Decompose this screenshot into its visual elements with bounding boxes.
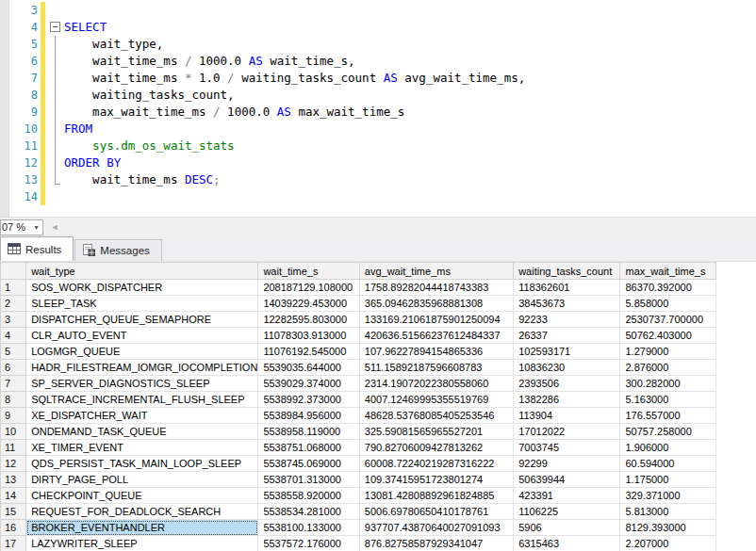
grid-row-header[interactable]: 8 [1, 392, 26, 408]
code-line-5[interactable]: 5 wait_type, [0, 36, 756, 53]
line-number[interactable]: 3 [0, 2, 38, 19]
grid-cell[interactable]: 325.59081565965527201 [359, 424, 513, 440]
grid-cell[interactable]: LAZYWRITER_SLEEP [26, 536, 258, 551]
grid-cell[interactable]: 11078303.913000 [258, 328, 359, 344]
grid-cell[interactable]: 6315463 [514, 536, 620, 551]
tab-messages[interactable]: Messages [74, 239, 161, 261]
grid-cell[interactable]: 1106225 [514, 504, 620, 520]
code-line-13[interactable]: 13 wait_time_ms DESC; [0, 171, 756, 188]
grid-row-header[interactable]: 10 [1, 424, 26, 440]
grid-cell[interactable]: 1382286 [514, 392, 620, 408]
code-line-14[interactable]: 14 [0, 188, 756, 205]
grid-cell[interactable]: XE_TIMER_EVENT [26, 440, 258, 456]
grid-cell[interactable]: 5538701.313000 [258, 472, 359, 488]
line-number[interactable]: 5 [0, 36, 38, 53]
line-number[interactable]: 14 [0, 188, 38, 205]
grid-cell[interactable]: XE_DISPATCHER_WAIT [26, 408, 258, 424]
grid-cell[interactable]: 5539035.644000 [258, 360, 359, 376]
code-line-3[interactable]: 3 [0, 2, 756, 19]
code-line-9[interactable]: 9 max_wait_time_ms / 1000.0 AS max_wait_… [0, 104, 756, 121]
grid-cell[interactable]: 60008.72240219287316222 [359, 456, 513, 472]
grid-cell[interactable]: SQLTRACE_INCREMENTAL_FLUSH_SLEEP [26, 392, 258, 408]
grid-row-header[interactable]: 6 [1, 360, 26, 376]
grid-cell[interactable]: DISPATCHER_QUEUE_SEMAPHORE [26, 312, 258, 328]
grid-row-header[interactable]: 14 [1, 488, 26, 504]
grid-row-header[interactable]: 5 [1, 344, 26, 360]
grid-row-header[interactable]: 3 [1, 312, 26, 328]
grid-cell[interactable]: QDS_PERSIST_TASK_MAIN_LOOP_SLEEP [26, 456, 258, 472]
line-number[interactable]: 6 [0, 53, 38, 70]
grid-cell[interactable]: 8129.393000 [620, 520, 715, 536]
grid-cell[interactable]: 790.82706009427813262 [359, 440, 513, 456]
grid-cell[interactable]: 60.594000 [620, 456, 715, 472]
grid-cell[interactable]: 5539029.374000 [258, 376, 359, 392]
grid-cell[interactable]: 5538534.281000 [258, 504, 359, 520]
grid-row-header[interactable]: 4 [1, 328, 26, 344]
column-header-max_wait_time_s[interactable]: max_wait_time_s [620, 263, 715, 280]
grid-cell[interactable]: 26337 [514, 328, 620, 344]
grid-cell[interactable]: CHECKPOINT_QUEUE [26, 488, 258, 504]
grid-cell[interactable]: 92233 [514, 312, 620, 328]
grid-cell[interactable]: 50762.403000 [620, 328, 715, 344]
code-line-12[interactable]: 12ORDER BY [0, 154, 756, 171]
grid-cell[interactable]: 113904 [514, 408, 620, 424]
grid-cell[interactable]: LOGMGR_QUEUE [26, 344, 258, 360]
grid-cell[interactable]: 937707.43870640027091093 [359, 520, 513, 536]
grid-cell[interactable]: 10836230 [514, 360, 620, 376]
editor-horizontal-scrollbar[interactable]: ◄ [47, 218, 756, 236]
collapse-icon[interactable]: − [50, 22, 60, 32]
grid-cell[interactable]: 14039229.453000 [258, 296, 359, 312]
grid-cell[interactable]: CLR_AUTO_EVENT [26, 328, 258, 344]
grid-cell[interactable]: 5538558.920000 [258, 488, 359, 504]
code-line-11[interactable]: 11 sys.dm_os_wait_stats [0, 138, 756, 154]
editor-zoom-select[interactable]: 07 % ▾ [0, 219, 43, 235]
line-number[interactable]: 12 [0, 154, 38, 171]
grid-cell[interactable]: 118362601 [514, 280, 620, 296]
grid-cell[interactable]: 92299 [514, 456, 620, 472]
grid-row-header[interactable]: 1 [1, 280, 26, 296]
grid-cell[interactable]: BROKER_EVENTHANDLER [26, 520, 258, 536]
grid-cell[interactable]: 86370.392000 [620, 280, 715, 296]
line-number[interactable]: 4 [0, 19, 38, 36]
grid-cell[interactable]: 300.282000 [620, 376, 715, 392]
code-line-4[interactable]: 4−SELECT [0, 19, 756, 36]
grid-cell[interactable]: 5.813000 [620, 504, 715, 520]
grid-row-header[interactable]: 9 [1, 408, 26, 424]
grid-cell[interactable]: 5538958.119000 [258, 424, 359, 440]
grid-cell[interactable]: 7003745 [514, 440, 620, 456]
chevron-down-icon[interactable]: ▾ [30, 220, 42, 235]
grid-cell[interactable]: HADR_FILESTREAM_IOMGR_IOCOMPLETION [26, 360, 258, 376]
grid-row-header[interactable]: 15 [1, 504, 26, 520]
grid-cell[interactable]: 11076192.545000 [258, 344, 359, 360]
grid-cell[interactable]: 511.15892187596608783 [359, 360, 513, 376]
grid-cell[interactable]: ONDEMAND_TASK_QUEUE [26, 424, 258, 440]
grid-cell[interactable]: 1.175000 [620, 472, 715, 488]
scroll-left-icon[interactable]: ◄ [47, 222, 62, 232]
grid-cell[interactable]: 208187129.108000 [258, 280, 359, 296]
grid-row-header[interactable]: 17 [1, 536, 26, 551]
grid-cell[interactable]: SP_SERVER_DIAGNOSTICS_SLEEP [26, 376, 258, 392]
grid-cell[interactable]: 5537572.176000 [258, 536, 359, 551]
grid-cell[interactable]: 17012022 [514, 424, 620, 440]
grid-cell[interactable]: 38453673 [514, 296, 620, 312]
grid-cell[interactable]: SOS_WORK_DISPATCHER [26, 280, 258, 296]
grid-cell[interactable]: 2.876000 [620, 360, 715, 376]
tab-results[interactable]: Results [0, 236, 74, 261]
grid-row-header[interactable]: 16 [1, 520, 26, 536]
grid-cell[interactable]: 365.09462835968881308 [359, 296, 513, 312]
code-line-10[interactable]: 10FROM [0, 121, 756, 138]
results-grid[interactable]: wait_typewait_time_savg_wait_time_mswait… [0, 262, 756, 551]
grid-cell[interactable]: 420636.51566237612484337 [359, 328, 513, 344]
grid-cell[interactable]: REQUEST_FOR_DEADLOCK_SEARCH [26, 504, 258, 520]
grid-cell[interactable]: 5.858000 [620, 296, 715, 312]
grid-cell[interactable]: 2393506 [514, 376, 620, 392]
grid-cell[interactable]: 2.207000 [620, 536, 715, 551]
grid-corner[interactable] [1, 263, 26, 280]
grid-cell[interactable]: 1.906000 [620, 440, 715, 456]
grid-cell[interactable]: 109.37415951723801274 [359, 472, 513, 488]
grid-cell[interactable]: 13081.42808892961824885 [359, 488, 513, 504]
column-header-avg_wait_time_ms[interactable]: avg_wait_time_ms [359, 263, 513, 280]
code-line-8[interactable]: 8 waiting_tasks_count, [0, 87, 756, 104]
grid-row-header[interactable]: 13 [1, 472, 26, 488]
code-line-6[interactable]: 6 wait_time_ms / 1000.0 AS wait_time_s, [0, 53, 756, 70]
